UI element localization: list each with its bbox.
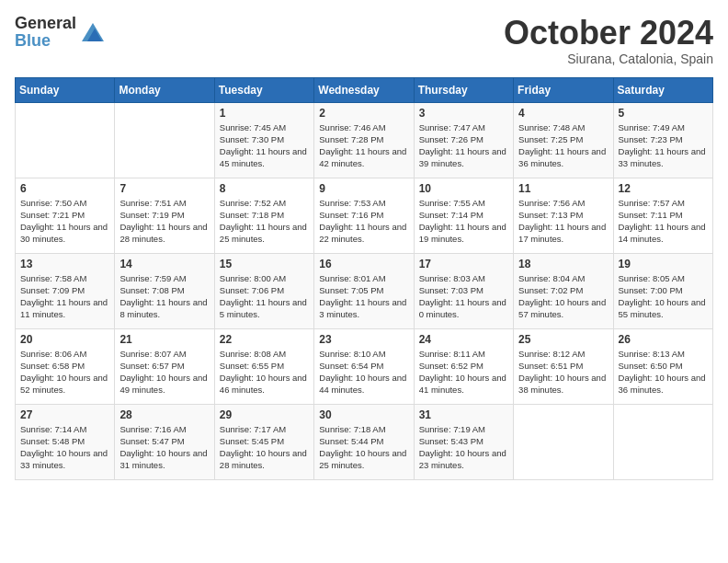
day-number: 3	[419, 107, 508, 120]
cell-3-2: 14Sunrise: 7:59 AM Sunset: 7:08 PM Dayli…	[115, 253, 214, 328]
cell-2-6: 11Sunrise: 7:56 AM Sunset: 7:13 PM Dayli…	[514, 178, 613, 253]
week-row-5: 27Sunrise: 7:14 AM Sunset: 5:48 PM Dayli…	[16, 404, 713, 479]
day-number: 2	[319, 107, 408, 120]
week-row-3: 13Sunrise: 7:58 AM Sunset: 7:09 PM Dayli…	[16, 253, 713, 328]
cell-4-4: 23Sunrise: 8:10 AM Sunset: 6:54 PM Dayli…	[314, 328, 414, 404]
week-row-4: 20Sunrise: 8:06 AM Sunset: 6:58 PM Dayli…	[16, 328, 713, 404]
day-number: 7	[119, 182, 209, 195]
cell-info: Sunrise: 7:57 AM Sunset: 7:11 PM Dayligh…	[619, 197, 708, 246]
cell-info: Sunrise: 8:10 AM Sunset: 6:54 PM Dayligh…	[319, 348, 408, 396]
cell-1-2	[115, 102, 214, 178]
weekday-saturday: Saturday	[613, 77, 712, 102]
day-number: 29	[220, 408, 309, 421]
day-number: 13	[20, 258, 109, 270]
day-number: 9	[319, 182, 408, 195]
cell-info: Sunrise: 7:53 AM Sunset: 7:16 PM Dayligh…	[319, 197, 408, 246]
cell-1-6: 4Sunrise: 7:48 AM Sunset: 7:25 PM Daylig…	[514, 102, 613, 178]
day-number: 31	[419, 408, 508, 421]
day-number: 6	[20, 182, 109, 195]
cell-5-6	[514, 404, 613, 479]
logo-icon	[82, 23, 104, 41]
cell-info: Sunrise: 8:13 AM Sunset: 6:50 PM Dayligh…	[619, 348, 708, 396]
cell-info: Sunrise: 7:18 AM Sunset: 5:44 PM Dayligh…	[319, 423, 408, 472]
day-number: 15	[220, 258, 309, 270]
cell-info: Sunrise: 8:06 AM Sunset: 6:58 PM Dayligh…	[20, 348, 109, 396]
cell-info: Sunrise: 7:46 AM Sunset: 7:28 PM Dayligh…	[319, 121, 408, 170]
month-title: October 2024	[504, 15, 713, 52]
day-number: 30	[319, 408, 408, 421]
logo-general: General	[15, 14, 76, 32]
day-number: 5	[619, 107, 708, 120]
cell-info: Sunrise: 7:52 AM Sunset: 7:18 PM Dayligh…	[220, 197, 309, 246]
cell-2-5: 10Sunrise: 7:55 AM Sunset: 7:14 PM Dayli…	[414, 178, 513, 253]
cell-info: Sunrise: 8:01 AM Sunset: 7:05 PM Dayligh…	[319, 272, 408, 321]
cell-2-7: 12Sunrise: 7:57 AM Sunset: 7:11 PM Dayli…	[613, 178, 712, 253]
day-number: 23	[319, 333, 408, 346]
week-row-2: 6Sunrise: 7:50 AM Sunset: 7:21 PM Daylig…	[16, 178, 713, 253]
day-number: 26	[619, 333, 708, 346]
cell-info: Sunrise: 7:14 AM Sunset: 5:48 PM Dayligh…	[20, 423, 109, 472]
weekday-wednesday: Wednesday	[314, 77, 414, 102]
cell-1-3: 1Sunrise: 7:45 AM Sunset: 7:30 PM Daylig…	[214, 102, 313, 178]
weekday-monday: Monday	[115, 77, 214, 102]
cell-3-4: 16Sunrise: 8:01 AM Sunset: 7:05 PM Dayli…	[314, 253, 414, 328]
day-number: 11	[518, 182, 608, 195]
week-row-1: 1Sunrise: 7:45 AM Sunset: 7:30 PM Daylig…	[16, 102, 713, 178]
cell-1-4: 2Sunrise: 7:46 AM Sunset: 7:28 PM Daylig…	[314, 102, 414, 178]
weekday-sunday: Sunday	[16, 77, 115, 102]
cell-4-7: 26Sunrise: 8:13 AM Sunset: 6:50 PM Dayli…	[613, 328, 712, 404]
cell-3-1: 13Sunrise: 7:58 AM Sunset: 7:09 PM Dayli…	[16, 253, 115, 328]
cell-info: Sunrise: 7:58 AM Sunset: 7:09 PM Dayligh…	[20, 272, 109, 321]
cell-2-2: 7Sunrise: 7:51 AM Sunset: 7:19 PM Daylig…	[115, 178, 214, 253]
day-number: 18	[518, 258, 608, 270]
calendar-body: 1Sunrise: 7:45 AM Sunset: 7:30 PM Daylig…	[16, 102, 713, 479]
location: Siurana, Catalonia, Spain	[504, 52, 713, 66]
cell-info: Sunrise: 8:03 AM Sunset: 7:03 PM Dayligh…	[419, 272, 508, 321]
day-number: 19	[619, 258, 708, 270]
logo-blue: Blue	[15, 31, 51, 50]
cell-4-3: 22Sunrise: 8:08 AM Sunset: 6:55 PM Dayli…	[214, 328, 313, 404]
cell-info: Sunrise: 8:07 AM Sunset: 6:57 PM Dayligh…	[119, 348, 209, 396]
cell-3-5: 17Sunrise: 8:03 AM Sunset: 7:03 PM Dayli…	[414, 253, 513, 328]
cell-4-5: 24Sunrise: 8:11 AM Sunset: 6:52 PM Dayli…	[414, 328, 513, 404]
cell-3-7: 19Sunrise: 8:05 AM Sunset: 7:00 PM Dayli…	[613, 253, 712, 328]
cell-info: Sunrise: 7:55 AM Sunset: 7:14 PM Dayligh…	[419, 197, 508, 246]
cell-5-1: 27Sunrise: 7:14 AM Sunset: 5:48 PM Dayli…	[16, 404, 115, 479]
day-number: 21	[119, 333, 209, 346]
cell-info: Sunrise: 8:08 AM Sunset: 6:55 PM Dayligh…	[220, 348, 309, 396]
cell-3-3: 15Sunrise: 8:00 AM Sunset: 7:06 PM Dayli…	[214, 253, 313, 328]
day-number: 1	[220, 107, 309, 120]
cell-info: Sunrise: 7:47 AM Sunset: 7:26 PM Dayligh…	[419, 121, 508, 170]
day-number: 28	[119, 408, 209, 421]
day-number: 4	[518, 107, 608, 120]
cell-info: Sunrise: 8:12 AM Sunset: 6:51 PM Dayligh…	[518, 348, 608, 396]
cell-info: Sunrise: 7:16 AM Sunset: 5:47 PM Dayligh…	[119, 423, 209, 472]
day-number: 14	[119, 258, 209, 270]
day-number: 8	[220, 182, 309, 195]
cell-2-4: 9Sunrise: 7:53 AM Sunset: 7:16 PM Daylig…	[314, 178, 414, 253]
cell-info: Sunrise: 8:04 AM Sunset: 7:02 PM Dayligh…	[518, 272, 608, 321]
cell-info: Sunrise: 7:19 AM Sunset: 5:43 PM Dayligh…	[419, 423, 508, 472]
day-number: 16	[319, 258, 408, 270]
cell-1-5: 3Sunrise: 7:47 AM Sunset: 7:26 PM Daylig…	[414, 102, 513, 178]
day-number: 22	[220, 333, 309, 346]
logo: General Blue	[15, 15, 104, 50]
cell-info: Sunrise: 8:00 AM Sunset: 7:06 PM Dayligh…	[220, 272, 309, 321]
cell-info: Sunrise: 7:49 AM Sunset: 7:23 PM Dayligh…	[619, 121, 708, 170]
cell-2-3: 8Sunrise: 7:52 AM Sunset: 7:18 PM Daylig…	[214, 178, 313, 253]
cell-2-1: 6Sunrise: 7:50 AM Sunset: 7:21 PM Daylig…	[16, 178, 115, 253]
cell-info: Sunrise: 7:50 AM Sunset: 7:21 PM Dayligh…	[20, 197, 109, 246]
day-number: 25	[518, 333, 608, 346]
day-number: 12	[619, 182, 708, 195]
page-header: General Blue October 2024 Siurana, Catal…	[15, 15, 713, 66]
cell-5-5: 31Sunrise: 7:19 AM Sunset: 5:43 PM Dayli…	[414, 404, 513, 479]
cell-info: Sunrise: 7:59 AM Sunset: 7:08 PM Dayligh…	[119, 272, 209, 321]
weekday-tuesday: Tuesday	[214, 77, 313, 102]
cell-info: Sunrise: 7:51 AM Sunset: 7:19 PM Dayligh…	[119, 197, 209, 246]
cell-3-6: 18Sunrise: 8:04 AM Sunset: 7:02 PM Dayli…	[514, 253, 613, 328]
weekday-thursday: Thursday	[414, 77, 513, 102]
cell-info: Sunrise: 7:17 AM Sunset: 5:45 PM Dayligh…	[220, 423, 309, 472]
cell-info: Sunrise: 8:05 AM Sunset: 7:00 PM Dayligh…	[619, 272, 708, 321]
day-number: 27	[20, 408, 109, 421]
day-number: 10	[419, 182, 508, 195]
